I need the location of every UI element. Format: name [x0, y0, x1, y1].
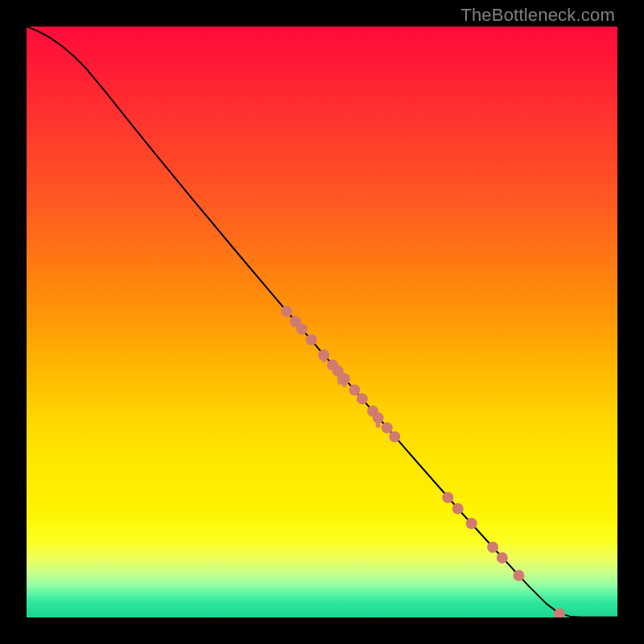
chart-overlay-svg [27, 27, 617, 617]
marker-point [339, 374, 350, 385]
chart-plot-area [27, 27, 617, 617]
curve-line [27, 27, 617, 617]
marker-point [497, 552, 508, 564]
marker-point [442, 492, 453, 503]
marker-point [389, 431, 400, 442]
marker-point [306, 334, 317, 345]
marker-point [296, 324, 308, 335]
chart-curve [27, 27, 617, 617]
marker-point [452, 503, 464, 514]
watermark-text: TheBottleneck.com [460, 5, 615, 26]
marker-point [554, 609, 565, 617]
marker-point [487, 542, 498, 553]
marker-point [357, 393, 368, 404]
chart-markers [281, 306, 565, 617]
marker-point [373, 412, 384, 423]
marker-point [466, 518, 477, 529]
marker-point [281, 306, 292, 317]
marker-point [513, 570, 524, 581]
marker-point [318, 349, 329, 361]
marker-point [349, 384, 360, 395]
marker-point [382, 422, 393, 433]
